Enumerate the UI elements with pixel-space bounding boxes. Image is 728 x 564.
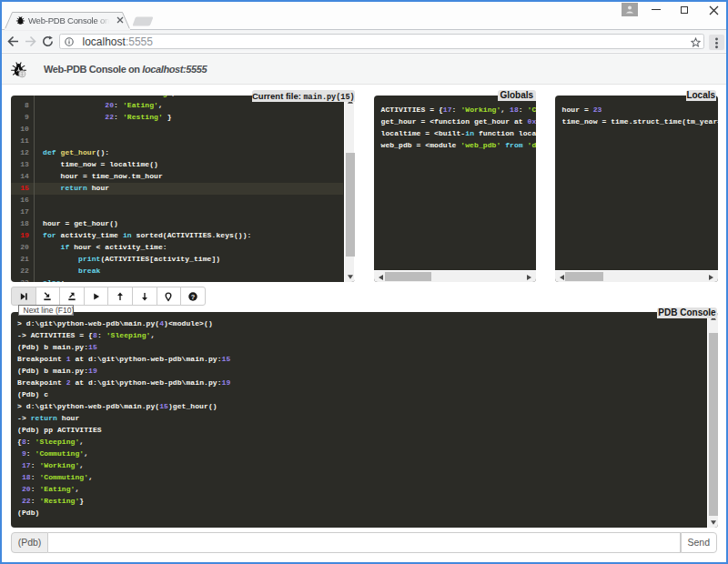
svg-text:?: ? <box>191 292 196 300</box>
